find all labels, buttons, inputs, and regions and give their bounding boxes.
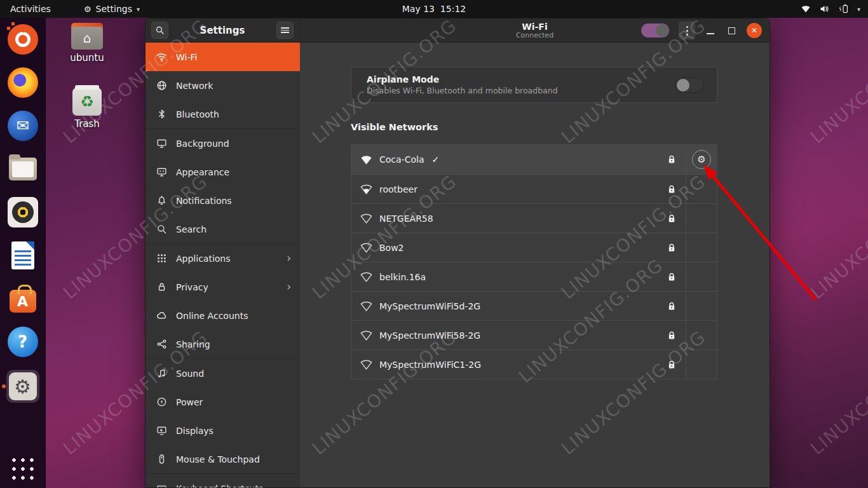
chevron-down-icon: ▾ (857, 6, 860, 13)
desktop-icon-label: Trash (63, 118, 111, 130)
network-row-rootbeer[interactable]: rootbeer (351, 174, 717, 203)
network-row-myspectrumwific1[interactable]: MySpectrumWiFiC1-2G (351, 349, 717, 379)
sidebar-item-mouse-touchpad[interactable]: Mouse & Touchpad (146, 445, 300, 473)
airplane-mode-description: Disables Wi-Fi, Bluetooth and mobile bro… (367, 86, 558, 95)
chevron-down-icon: ▾ (137, 6, 140, 13)
page-headerbar: Wi-Fi Connected ✕ (300, 18, 770, 42)
network-settings-button[interactable]: ⚙ (692, 150, 711, 169)
music-note-icon (156, 368, 167, 379)
sidebar-item-label: Privacy (176, 282, 208, 292)
network-row-bow2[interactable]: Bow2 (351, 233, 717, 262)
lock-icon (667, 272, 677, 282)
dock-item-help[interactable]: ? (8, 327, 38, 357)
trash-icon: ♻ (72, 88, 102, 116)
watermark: LINUXCONFIG.ORG (806, 15, 868, 148)
sidebar-item-label: Background (176, 139, 229, 149)
toggle-knob (656, 24, 668, 37)
connected-check-icon: ✓ (431, 154, 439, 165)
signal-strength-icon (360, 242, 373, 253)
dock-item-settings[interactable]: ⚙ (6, 370, 39, 403)
lock-icon (667, 184, 677, 194)
column-divider (686, 145, 686, 174)
network-row-myspectrumwifi5d[interactable]: MySpectrumWiFi5d-2G (351, 291, 717, 320)
network-row-netgear58[interactable]: NETGEAR58 (351, 203, 717, 233)
dock-item-libreoffice-writer[interactable] (8, 240, 38, 271)
sidebar-item-online-accounts[interactable]: Online Accounts (146, 301, 300, 330)
headerbar: Settings Wi-Fi Connected ✕ (146, 18, 770, 43)
network-ssid: rootbeer (379, 184, 417, 194)
activities-button[interactable]: Activities (0, 0, 61, 18)
watermark: LINUXCONFIG.ORG (806, 327, 868, 459)
sidebar-item-network[interactable]: Network (146, 71, 300, 100)
signal-strength-icon (360, 301, 373, 311)
desktop-icon-ubuntu-folder[interactable]: ⌂ ubuntu (63, 23, 111, 64)
rhythmbox-icon (8, 197, 38, 227)
airplane-mode-toggle[interactable] (675, 78, 704, 93)
sidebar-item-label: Network (176, 81, 213, 91)
network-row-belkin16a[interactable]: belkin.16a (351, 262, 717, 291)
search-button[interactable] (151, 22, 168, 39)
clock[interactable]: May 13 15:12 (402, 4, 466, 14)
sidebar-item-applications[interactable]: Applications › (146, 244, 300, 273)
page-subtitle: Connected (516, 31, 553, 39)
share-icon (156, 339, 167, 349)
dock-item-files[interactable] (8, 154, 38, 184)
sidebar-item-privacy[interactable]: Privacy › (146, 273, 300, 301)
dock-item-firefox[interactable] (8, 67, 38, 98)
dock-item-rhythmbox[interactable] (8, 197, 38, 227)
column-divider (686, 175, 686, 203)
sidebar-item-notifications[interactable]: Notifications (146, 186, 300, 215)
app-menu-button[interactable]: ⚙ Settings ▾ (76, 0, 147, 18)
wifi-toggle[interactable] (641, 24, 669, 37)
lock-icon (667, 330, 677, 341)
lock-icon (667, 154, 677, 165)
network-ssid: MySpectrumWiFi5d-2G (379, 301, 480, 311)
sidebar-item-label: Sharing (176, 339, 210, 349)
network-ssid: MySpectrumWiFi58-2G (379, 330, 480, 341)
sidebar-item-label: Wi-Fi (176, 52, 197, 62)
applications-grid-icon (156, 253, 167, 264)
app-menu-label: Settings (96, 4, 132, 14)
minimize-button[interactable] (705, 23, 716, 38)
system-status-area[interactable]: ▾ (793, 0, 868, 18)
dock-item-thunderbird[interactable]: ✉ (8, 111, 38, 141)
appearance-icon (156, 166, 167, 177)
close-button[interactable]: ✕ (747, 23, 762, 38)
sidebar-item-wifi[interactable]: Wi-Fi (146, 43, 300, 71)
libreoffice-writer-icon (8, 240, 38, 271)
ubuntu-software-icon: A (8, 283, 38, 314)
show-applications-button[interactable] (10, 456, 36, 482)
desktop-icon-trash[interactable]: ♻ Trash (63, 88, 111, 130)
lock-icon (156, 281, 167, 292)
sidebar-item-power[interactable]: Power (146, 388, 300, 416)
network-row-coca-cola[interactable]: Coca-Cola ✓ ⚙ (351, 145, 717, 174)
sidebar-item-appearance[interactable]: Appearance (146, 158, 300, 186)
maximize-button[interactable] (726, 23, 737, 38)
primary-menu-button[interactable] (276, 22, 294, 39)
network-row-myspectrumwifi58[interactable]: MySpectrumWiFi58-2G (351, 320, 717, 349)
hamburger-icon (281, 27, 289, 33)
kebab-menu-button[interactable] (679, 22, 695, 39)
dock-item-ubuntu-software[interactable]: A (8, 283, 38, 314)
volume-icon (819, 4, 829, 14)
sidebar-item-search[interactable]: Search (146, 215, 300, 243)
column-divider (686, 292, 686, 320)
search-icon (155, 25, 165, 35)
top-bar: Activities ⚙ Settings ▾ May 13 15:12 ▾ (0, 0, 868, 18)
battery-icon (837, 4, 849, 14)
sidebar-item-background[interactable]: Background (146, 129, 300, 158)
watermark: LINUXCONFIG.ORG (806, 171, 868, 304)
app-grid-icon (10, 456, 36, 482)
keyboard-icon (156, 483, 167, 488)
page-title-block: Wi-Fi Connected (516, 21, 553, 39)
column-divider (686, 350, 686, 379)
sidebar-item-sharing[interactable]: Sharing (146, 330, 300, 358)
sidebar-item-sound[interactable]: Sound (146, 359, 300, 388)
sidebar-item-bluetooth[interactable]: Bluetooth (146, 100, 300, 128)
desktop: Activities ⚙ Settings ▾ May 13 15:12 ▾ ✉ (0, 0, 868, 488)
dock-item-ubuntu[interactable] (8, 24, 38, 55)
sidebar-item-keyboard-shortcuts[interactable]: Keyboard Shortcuts (146, 474, 300, 488)
bell-icon (156, 195, 167, 206)
network-globe-icon (156, 80, 167, 91)
sidebar-item-displays[interactable]: Displays (146, 416, 300, 445)
